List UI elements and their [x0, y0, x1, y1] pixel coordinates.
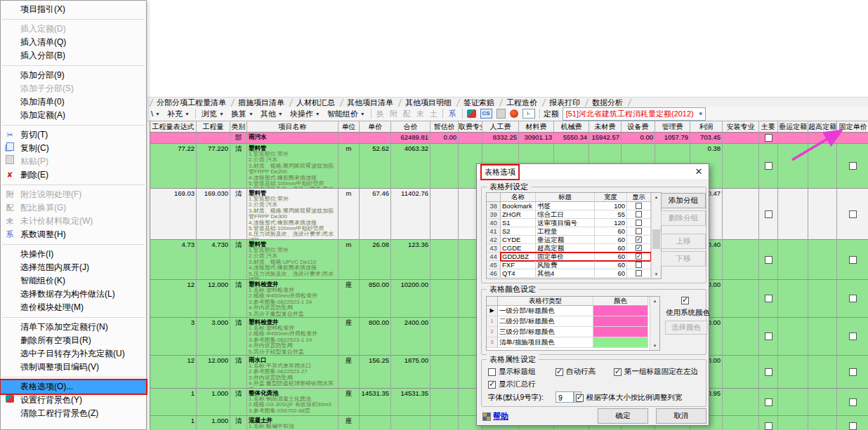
- tab[interactable]: 工程造价: [497, 98, 540, 107]
- checkbox-cell[interactable]: [837, 240, 868, 279]
- checkbox-icon[interactable]: [681, 297, 689, 304]
- menu-item[interactable]: 项目指引(X): [1, 3, 146, 16]
- checkbox-icon[interactable]: [849, 210, 857, 218]
- column-header-fixed[interactable]: 固定单价: [837, 121, 868, 133]
- toolbar-dropdown-智能组价[interactable]: 智能组价▼: [324, 107, 369, 120]
- field-show[interactable]: [627, 244, 651, 253]
- column-setting-row[interactable]: 45FXF风险费60: [487, 261, 661, 269]
- toolbar-dropdown-其他[interactable]: 其他▼: [257, 107, 287, 120]
- checkbox-icon[interactable]: [636, 211, 642, 217]
- paint-icon[interactable]: [467, 109, 476, 118]
- column-header-total[interactable]: 合价: [391, 121, 430, 133]
- color-setting-row[interactable]: 2三级分部/标题颜色: [487, 327, 659, 337]
- checkbox-icon[interactable]: [765, 162, 772, 170]
- field-show[interactable]: [627, 219, 651, 227]
- help-link-label[interactable]: 帮助: [493, 411, 508, 422]
- checkbox-icon[interactable]: [636, 270, 642, 276]
- column-setting-row[interactable]: 41S2工程量60: [487, 227, 661, 236]
- checkbox-cell[interactable]: [837, 280, 868, 317]
- checkbox-icon[interactable]: [765, 398, 772, 406]
- scroll-down-icon[interactable]: ▼: [650, 342, 659, 350]
- menu-item[interactable]: ✘删除(E): [1, 168, 146, 182]
- checkbox-icon[interactable]: [765, 295, 772, 302]
- column-header-qty[interactable]: 工程量: [197, 121, 230, 133]
- checkbox-icon[interactable]: [636, 253, 642, 260]
- menu-item[interactable]: 选择数据存为构件做法(L): [1, 288, 146, 301]
- column-header-name[interactable]: 项目名称: [247, 121, 338, 133]
- column-setting-row[interactable]: 43CGDE超高定额60: [487, 244, 661, 253]
- checkbox-icon[interactable]: [849, 368, 857, 376]
- checkbox-cell[interactable]: [837, 416, 868, 430]
- column-header-cgde[interactable]: 超高定额: [808, 121, 837, 133]
- menu-item[interactable]: 表格选项(O)...: [1, 380, 146, 394]
- toolbar-tool[interactable]: 系: [445, 109, 460, 119]
- checkbox-icon[interactable]: [636, 245, 642, 251]
- color-swatch[interactable]: [593, 316, 648, 327]
- checkbox-icon[interactable]: [849, 295, 857, 302]
- column-header-cat[interactable]: 类别: [230, 121, 247, 133]
- color-swatch[interactable]: [593, 327, 648, 337]
- cs-icon[interactable]: CS: [480, 109, 492, 119]
- checkbox-icon[interactable]: [765, 368, 772, 376]
- column-header-expr[interactable]: 工程量表达式: [150, 121, 197, 133]
- checkbox-icon[interactable]: [765, 332, 772, 340]
- column-header-mat[interactable]: 材料费: [519, 121, 554, 133]
- column-header-unp[interactable]: 未材费: [589, 121, 622, 133]
- checkbox-cell[interactable]: [837, 189, 868, 239]
- tab[interactable]: 数据分析: [583, 98, 626, 107]
- help-link[interactable]: 帮助: [482, 411, 508, 422]
- font-scale-checkbox[interactable]: 根据字体大小按比例调整列宽: [576, 393, 683, 403]
- color-settings-grid[interactable]: 表格行类型颜色▶一级分部/标题颜色1二级分部/标题颜色2三级分部/标题颜色3清单…: [486, 296, 660, 351]
- checkbox-icon[interactable]: [849, 422, 857, 430]
- menu-item[interactable]: 系系数调整(H): [1, 228, 146, 241]
- scrollbar[interactable]: ▲▼: [651, 193, 661, 278]
- menu-item[interactable]: 选中子目转存为补充定额(U): [1, 347, 146, 361]
- checkbox-icon[interactable]: [636, 262, 642, 268]
- checkbox-icon[interactable]: [555, 368, 563, 376]
- column-header-profit[interactable]: 利润: [690, 121, 723, 133]
- menu-item[interactable]: 删除所有空项目(R): [1, 334, 146, 347]
- checkbox-icon[interactable]: [636, 228, 642, 234]
- tab[interactable]: 报表打印: [540, 98, 583, 107]
- checkbox-icon[interactable]: [765, 210, 772, 218]
- column-header-mach[interactable]: 机械费: [554, 121, 589, 133]
- checkbox-cell[interactable]: [759, 416, 777, 430]
- menu-item[interactable]: 添加清单(0): [1, 95, 146, 109]
- scroll-up-icon[interactable]: ▲: [650, 297, 659, 305]
- checkbox-icon[interactable]: [488, 381, 496, 389]
- checkbox-cell[interactable]: [837, 318, 868, 355]
- column-settings-grid[interactable]: 名称标题宽度显示38Bookmark书签10039ZHGR综合工日5540S1送…: [486, 192, 662, 279]
- scroll-up-icon[interactable]: ▲: [652, 193, 661, 201]
- field-show[interactable]: [627, 253, 651, 261]
- column-header-equip[interactable]: 设备费: [622, 121, 655, 133]
- record-icon[interactable]: [510, 109, 518, 118]
- field-show[interactable]: [627, 202, 651, 210]
- checkbox-icon[interactable]: [765, 422, 772, 430]
- scrollbar[interactable]: ▲▼: [650, 297, 659, 350]
- menu-item[interactable]: 选择范围内展开(J): [1, 261, 146, 274]
- color-swatch[interactable]: [593, 337, 648, 348]
- menu-item[interactable]: 强制调整项目编码(V): [1, 361, 146, 374]
- field-show[interactable]: [627, 210, 651, 219]
- close-icon[interactable]: ✕: [693, 166, 704, 177]
- column-header-main[interactable]: 主要: [759, 121, 778, 133]
- checkbox-cell[interactable]: [759, 389, 777, 415]
- menu-item[interactable]: 块操作(I): [1, 248, 146, 261]
- show-title-group-checkbox[interactable]: 显示标题组: [488, 367, 536, 377]
- field-show[interactable]: [627, 227, 651, 236]
- checkbox-icon[interactable]: [636, 220, 642, 226]
- checkbox-cell[interactable]: [837, 389, 868, 415]
- menu-item[interactable]: 添加定额(A): [1, 109, 146, 122]
- tab[interactable]: 签证索赔: [454, 98, 497, 107]
- checkbox-icon[interactable]: [576, 394, 584, 402]
- add-group-button[interactable]: 添加分组: [661, 193, 706, 208]
- menu-item[interactable]: 设置行背景色(Y): [1, 394, 146, 407]
- checkbox-cell[interactable]: [759, 318, 777, 355]
- tab[interactable]: 人材机汇总: [287, 98, 338, 107]
- column-header-unit[interactable]: 单位: [338, 121, 360, 133]
- color-setting-row[interactable]: 3清单/措施项目颜色: [487, 337, 659, 348]
- table-row[interactable]: 部雨污水62489.810.008332.2530901.135550.3415…: [150, 133, 868, 144]
- toolbar-dropdown-\[interactable]: \▼: [147, 107, 164, 120]
- menu-item[interactable]: 插入清单(Q): [1, 36, 146, 49]
- column-header-fee[interactable]: 取费专业: [459, 121, 482, 133]
